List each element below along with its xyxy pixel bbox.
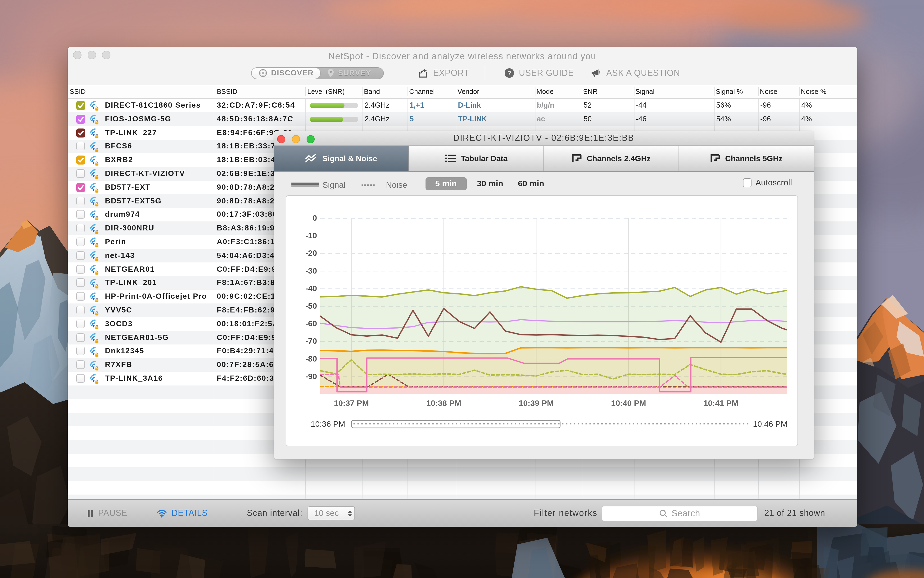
svg-text:10:41 PM: 10:41 PM xyxy=(704,399,738,408)
svg-text:-70: -70 xyxy=(306,336,317,346)
svg-text:10:37 PM: 10:37 PM xyxy=(334,399,369,408)
svg-text:-10: -10 xyxy=(306,231,317,240)
svg-text:0: 0 xyxy=(312,213,317,222)
svg-text:-50: -50 xyxy=(306,301,317,310)
svg-text:-80: -80 xyxy=(306,354,317,363)
svg-text:-90: -90 xyxy=(306,372,317,381)
svg-text:10:36 PM: 10:36 PM xyxy=(311,419,345,429)
svg-text:10:46 PM: 10:46 PM xyxy=(753,419,788,429)
svg-text:-20: -20 xyxy=(306,248,317,258)
svg-text:-30: -30 xyxy=(306,266,317,275)
svg-text:-40: -40 xyxy=(306,284,317,293)
svg-text:10:40 PM: 10:40 PM xyxy=(611,399,646,408)
svg-text:10:39 PM: 10:39 PM xyxy=(519,399,553,408)
svg-text:10:38 PM: 10:38 PM xyxy=(426,399,461,408)
svg-text:-60: -60 xyxy=(306,319,317,328)
